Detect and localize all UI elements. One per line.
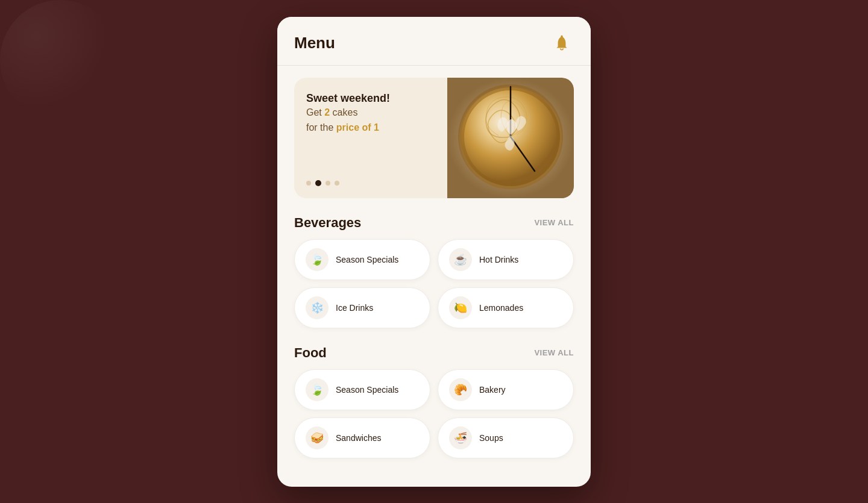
category-label-soups: Soups <box>479 433 503 443</box>
category-icon-wrap-sandwiches: 🥪 <box>306 426 329 449</box>
section-header-food: FoodVIEW ALL <box>294 345 574 361</box>
category-icon-wrap-bakery: 🥐 <box>449 378 472 401</box>
dot-3[interactable] <box>326 181 330 186</box>
category-item-lemonades[interactable]: 🍋Lemonades <box>438 287 574 328</box>
category-label-sandwiches: Sandwiches <box>336 433 382 443</box>
page-title: Menu <box>294 34 335 52</box>
section-title-food: Food <box>294 345 327 361</box>
dot-4[interactable] <box>335 181 339 186</box>
category-icon-wrap-soups: 🍜 <box>449 426 472 449</box>
category-item-hot-drinks[interactable]: ☕Hot Drinks <box>438 239 574 280</box>
carousel-dots <box>306 180 435 189</box>
category-grid-food: 🍃Season Specials🥐Bakery🥪Sandwiches🍜Soups <box>294 369 574 458</box>
category-icon-bakery: 🥐 <box>454 383 467 396</box>
category-label-ice-drinks: Ice Drinks <box>336 303 373 313</box>
app-container: Menu Sweet weekend! Get 2 cakes <box>277 17 591 487</box>
category-item-sandwiches[interactable]: 🥪Sandwiches <box>294 417 430 458</box>
category-icon-lemonades: 🍋 <box>454 301 467 314</box>
category-icon-wrap-season-specials-bev: 🍃 <box>306 248 329 271</box>
category-icon-wrap-ice-drinks: ❄️ <box>306 296 329 319</box>
category-icon-season-specials-food: 🍃 <box>310 383 324 396</box>
category-icon-wrap-lemonades: 🍋 <box>449 296 472 319</box>
svg-point-0 <box>561 35 562 37</box>
section-food: FoodVIEW ALL🍃Season Specials🥐Bakery🥪Sand… <box>294 345 574 458</box>
category-item-season-specials-food[interactable]: 🍃Season Specials <box>294 369 430 410</box>
category-label-season-specials-food: Season Specials <box>336 385 398 395</box>
category-item-ice-drinks[interactable]: ❄️Ice Drinks <box>294 287 430 328</box>
banner-headline: Sweet weekend! <box>306 92 435 105</box>
promo-banner[interactable]: Sweet weekend! Get 2 cakes for the price… <box>294 78 574 198</box>
category-icon-wrap-season-specials-food: 🍃 <box>306 378 329 401</box>
banner-promo: Get 2 cakes for the price of 1 <box>306 105 435 136</box>
category-icon-sandwiches: 🥪 <box>310 431 324 445</box>
category-icon-season-specials-bev: 🍃 <box>310 253 324 266</box>
section-beverages: BeveragesVIEW ALL🍃Season Specials☕Hot Dr… <box>294 215 574 328</box>
section-header-beverages: BeveragesVIEW ALL <box>294 215 574 231</box>
category-icon-ice-drinks: ❄️ <box>310 301 324 314</box>
category-label-lemonades: Lemonades <box>479 303 523 313</box>
main-content: Sweet weekend! Get 2 cakes for the price… <box>277 66 591 487</box>
view-all-food[interactable]: VIEW ALL <box>534 348 574 357</box>
banner-image <box>447 78 574 198</box>
category-icon-hot-drinks: ☕ <box>454 253 467 266</box>
header: Menu <box>277 17 591 65</box>
section-title-beverages: Beverages <box>294 215 361 231</box>
category-grid-beverages: 🍃Season Specials☕Hot Drinks❄️Ice Drinks🍋… <box>294 239 574 328</box>
category-icon-soups: 🍜 <box>454 431 467 445</box>
category-item-soups[interactable]: 🍜Soups <box>438 417 574 458</box>
category-item-season-specials-bev[interactable]: 🍃Season Specials <box>294 239 430 280</box>
pie-visual <box>447 78 574 198</box>
banner-text: Sweet weekend! Get 2 cakes for the price… <box>294 78 447 198</box>
category-label-bakery: Bakery <box>479 385 506 395</box>
dot-2[interactable] <box>315 180 321 186</box>
notification-bell-icon[interactable] <box>550 31 574 55</box>
view-all-beverages[interactable]: VIEW ALL <box>534 218 574 227</box>
dot-1[interactable] <box>306 181 311 186</box>
sections-container: BeveragesVIEW ALL🍃Season Specials☕Hot Dr… <box>294 215 574 458</box>
category-label-season-specials-bev: Season Specials <box>336 255 398 264</box>
category-label-hot-drinks: Hot Drinks <box>479 255 518 264</box>
category-icon-wrap-hot-drinks: ☕ <box>449 248 472 271</box>
category-item-bakery[interactable]: 🥐Bakery <box>438 369 574 410</box>
